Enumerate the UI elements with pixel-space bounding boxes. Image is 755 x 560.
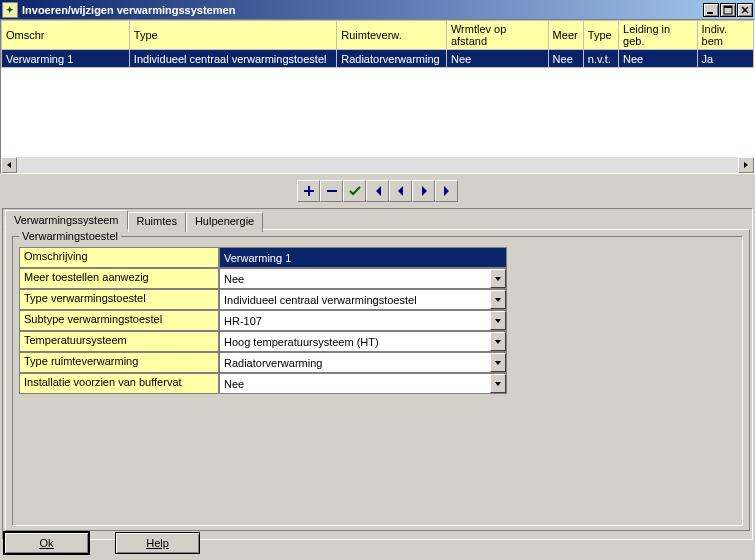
- column-header[interactable]: Type: [583, 21, 618, 50]
- field-label: Temperatuursysteem: [19, 331, 219, 352]
- field-value: Nee: [220, 273, 490, 285]
- tab-verwarmingssysteem[interactable]: Verwarmingssysteem: [5, 210, 128, 230]
- field-6[interactable]: Nee: [219, 373, 507, 394]
- dropdown-icon[interactable]: [490, 332, 506, 351]
- plus-button[interactable]: [297, 180, 320, 202]
- table-row[interactable]: Verwarming 1Individueel centraal verwarm…: [2, 50, 754, 68]
- record-nav-toolbar: [0, 174, 755, 208]
- last-button[interactable]: [435, 180, 458, 202]
- table-cell: Ja: [697, 50, 753, 68]
- prev-button[interactable]: [389, 180, 412, 202]
- app-icon: ✦: [2, 2, 18, 18]
- field-label: Meer toestellen aanwezig: [19, 268, 219, 289]
- first-button[interactable]: [366, 180, 389, 202]
- svg-rect-5: [327, 190, 337, 192]
- help-button[interactable]: Help: [115, 532, 200, 554]
- close-button[interactable]: [737, 3, 753, 17]
- window-title: Invoeren/wijzigen verwarmingssystemen: [20, 4, 703, 16]
- field-label: Omschrijving: [19, 247, 219, 268]
- column-header[interactable]: Meer: [548, 21, 583, 50]
- dropdown-icon[interactable]: [490, 374, 506, 393]
- data-grid[interactable]: OmschrTypeRuimteverw.Wrmtlev op afstandM…: [0, 19, 755, 174]
- dropdown-icon[interactable]: [490, 353, 506, 372]
- svg-rect-0: [707, 12, 713, 14]
- field-3[interactable]: HR-107: [219, 310, 507, 331]
- svg-marker-8: [495, 319, 501, 323]
- minimize-button[interactable]: [703, 3, 719, 17]
- column-header[interactable]: Omschr: [2, 21, 130, 50]
- column-header[interactable]: Indiv. bem: [697, 21, 753, 50]
- tab-hulpenergie[interactable]: Hulpenergie: [186, 212, 263, 232]
- field-value: Individueel centraal verwarmingstoestel: [220, 294, 490, 306]
- svg-marker-11: [495, 382, 501, 386]
- field-label: Installatie voorzien van buffervat: [19, 373, 219, 394]
- minus-button[interactable]: [320, 180, 343, 202]
- dialog-footer: Ok Help: [0, 526, 755, 560]
- dropdown-icon[interactable]: [490, 269, 506, 288]
- svg-marker-4: [744, 162, 748, 168]
- field-2[interactable]: Individueel centraal verwarmingstoestel: [219, 289, 507, 310]
- field-4[interactable]: Hoog temperatuursysteem (HT): [219, 331, 507, 352]
- maximize-button[interactable]: [720, 3, 736, 17]
- field-value: Hoog temperatuursysteem (HT): [220, 336, 490, 348]
- group-title: Verwarmingstoestel: [19, 230, 121, 242]
- svg-marker-10: [495, 361, 501, 365]
- field-value: Verwarming 1: [220, 252, 506, 264]
- dropdown-icon[interactable]: [490, 290, 506, 309]
- table-cell: Nee: [548, 50, 583, 68]
- titlebar: ✦ Invoeren/wijzigen verwarmingssystemen: [0, 0, 755, 19]
- scroll-right-button[interactable]: [738, 157, 754, 173]
- svg-marker-6: [495, 277, 501, 281]
- ok-button[interactable]: Ok: [4, 532, 89, 554]
- field-label: Type ruimteverwarming: [19, 352, 219, 373]
- field-value: Radiatorverwarming: [220, 357, 490, 369]
- table-cell: Individueel centraal verwarmingstoestel: [129, 50, 336, 68]
- column-header[interactable]: Type: [129, 21, 336, 50]
- field-0[interactable]: Verwarming 1: [219, 247, 507, 268]
- scroll-left-button[interactable]: [1, 157, 17, 173]
- column-header[interactable]: Leiding in geb.: [619, 21, 698, 50]
- next-button[interactable]: [412, 180, 435, 202]
- column-header[interactable]: Wrmtlev op afstand: [446, 21, 548, 50]
- svg-marker-9: [495, 340, 501, 344]
- field-value: HR-107: [220, 315, 490, 327]
- table-cell: Verwarming 1: [2, 50, 130, 68]
- check-button[interactable]: [343, 180, 366, 202]
- svg-marker-3: [7, 162, 11, 168]
- table-cell: Nee: [619, 50, 698, 68]
- table-cell: Nee: [446, 50, 548, 68]
- field-value: Nee: [220, 378, 490, 390]
- field-5[interactable]: Radiatorverwarming: [219, 352, 507, 373]
- tab-bar: VerwarmingssysteemRuimtesHulpenergie: [3, 210, 752, 230]
- svg-rect-2: [724, 6, 732, 8]
- table-cell: Radiatorverwarming: [337, 50, 447, 68]
- verwarmingstoestel-group: Verwarmingstoestel OmschrijvingVerwarmin…: [12, 236, 743, 526]
- dropdown-icon[interactable]: [490, 311, 506, 330]
- tab-ruimtes[interactable]: Ruimtes: [128, 212, 186, 232]
- scroll-track[interactable]: [17, 157, 738, 173]
- horizontal-scrollbar[interactable]: [1, 157, 754, 173]
- column-header[interactable]: Ruimteverw.: [337, 21, 447, 50]
- field-1[interactable]: Nee: [219, 268, 507, 289]
- svg-marker-7: [495, 298, 501, 302]
- table-cell: n.v.t.: [583, 50, 618, 68]
- field-label: Subtype verwarmingstoestel: [19, 310, 219, 331]
- field-label: Type verwarmingstoestel: [19, 289, 219, 310]
